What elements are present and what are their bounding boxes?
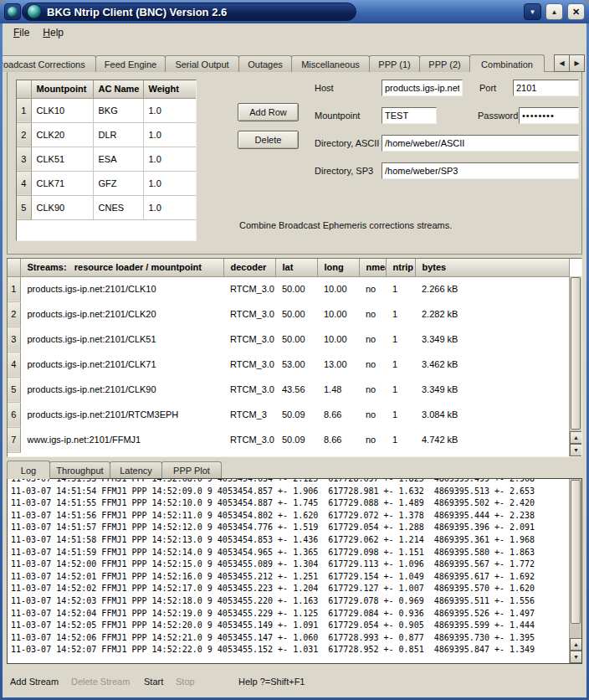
- nmea-cell[interactable]: no: [359, 301, 386, 327]
- tab-latency[interactable]: Latency: [110, 461, 162, 478]
- tab-broadcast-corrections[interactable]: roadcast Corrections: [3, 55, 96, 72]
- stream-cell[interactable]: products.igs-ip.net:2101/CLK20: [20, 301, 223, 327]
- table-row[interactable]: 1 CLK10 BKG 1.0: [17, 98, 196, 122]
- decoder-cell[interactable]: RTCM_3.0: [223, 276, 275, 301]
- tab-outages[interactable]: Outages: [238, 55, 292, 72]
- log-scrollbar[interactable]: ▲ ▼: [569, 479, 581, 663]
- mountpoint-cell[interactable]: CLK10: [31, 98, 93, 122]
- col-header-lat[interactable]: lat: [275, 259, 317, 276]
- ac-name-cell[interactable]: CNES: [93, 195, 143, 219]
- tab-serial-output[interactable]: Serial Output: [165, 55, 239, 72]
- stream-row[interactable]: 7 www.igs-ip.net:2101/FFMJ1 RTCM_3.0 50.…: [8, 427, 569, 452]
- scrollbar-thumb[interactable]: [571, 480, 581, 624]
- tab-combination[interactable]: Combination: [469, 54, 545, 72]
- scroll-up-button[interactable]: ▲: [570, 638, 582, 651]
- tab-scroll-right-button[interactable]: ▶: [569, 54, 585, 72]
- long-cell[interactable]: 1.48: [317, 377, 359, 402]
- window-menu-button[interactable]: [4, 3, 21, 20]
- col-header-nmea[interactable]: nmea: [359, 259, 386, 276]
- scroll-down-button[interactable]: ▼: [570, 444, 582, 456]
- nmea-cell[interactable]: no: [359, 276, 386, 301]
- bytes-cell[interactable]: 3.349 kB: [415, 377, 569, 402]
- mountpoint-cell[interactable]: CLK20: [31, 122, 93, 147]
- stop-button[interactable]: Stop: [176, 677, 195, 687]
- decoder-cell[interactable]: RTCM_3.0: [223, 352, 275, 377]
- long-cell[interactable]: 13.00: [317, 352, 359, 377]
- tab-log[interactable]: Log: [7, 461, 50, 479]
- col-header-streams[interactable]: Streams: resource loader / mountpoint: [20, 259, 223, 276]
- ntrip-cell[interactable]: 1: [386, 301, 415, 327]
- bytes-cell[interactable]: 4.742 kB: [415, 427, 569, 452]
- bytes-cell[interactable]: 3.462 kB: [415, 352, 569, 377]
- decoder-cell[interactable]: RTCM_3.0: [223, 301, 275, 327]
- combination-table[interactable]: Mountpoint AC Name Weight 1 CLK10 BKG 1.…: [16, 80, 197, 241]
- stream-cell[interactable]: products.igs-ip.net:2101/CLK10: [20, 276, 223, 301]
- stream-row[interactable]: 6 products.igs-ip.net:2101/RTCM3EPH RTCM…: [8, 402, 569, 427]
- lat-cell[interactable]: 50.09: [275, 402, 317, 427]
- bytes-cell[interactable]: 2.282 kB: [415, 301, 569, 327]
- col-header-long[interactable]: long: [317, 259, 359, 276]
- weight-cell[interactable]: 1.0: [143, 122, 196, 147]
- table-row[interactable]: 2 CLK20 DLR 1.0: [17, 122, 196, 147]
- long-cell[interactable]: 10.00: [317, 301, 359, 327]
- stream-row[interactable]: 5 products.igs-ip.net:2101/CLK90 RTCM_3.…: [8, 377, 569, 402]
- long-cell[interactable]: 10.00: [317, 276, 359, 301]
- bytes-cell[interactable]: 3.084 kB: [415, 402, 569, 427]
- table-row[interactable]: 4 CLK71 GFZ 1.0: [17, 171, 196, 195]
- directory-ascii-input[interactable]: [382, 135, 579, 152]
- password-input[interactable]: [519, 107, 579, 124]
- stream-cell[interactable]: products.igs-ip.net:2101/CLK51: [20, 327, 223, 352]
- tab-ppp-2[interactable]: PPP (2): [419, 55, 470, 72]
- mountpoint-cell[interactable]: CLK71: [31, 171, 93, 195]
- tab-ppp-plot[interactable]: PPP Plot: [161, 461, 222, 478]
- directory-sp3-input[interactable]: [382, 162, 579, 179]
- decoder-cell[interactable]: RTCM_3.0: [223, 327, 275, 352]
- ntrip-cell[interactable]: 1: [386, 352, 415, 377]
- table-row[interactable]: 5 CLK90 CNES 1.0: [17, 195, 196, 219]
- weight-cell[interactable]: 1.0: [143, 147, 196, 171]
- add-row-button[interactable]: Add Row: [238, 103, 299, 121]
- stream-row[interactable]: 1 products.igs-ip.net:2101/CLK10 RTCM_3.…: [8, 276, 569, 301]
- scrollbar-thumb[interactable]: [571, 277, 581, 430]
- tab-miscellaneous[interactable]: Miscellaneous: [291, 55, 370, 72]
- add-stream-button[interactable]: Add Stream: [10, 677, 59, 687]
- bytes-cell[interactable]: 3.349 kB: [415, 327, 569, 352]
- col-header-ac-name[interactable]: AC Name: [93, 80, 143, 98]
- long-cell[interactable]: 10.00: [317, 327, 359, 352]
- lat-cell[interactable]: 50.00: [275, 327, 317, 352]
- lat-cell[interactable]: 50.09: [275, 427, 317, 452]
- ntrip-cell[interactable]: 1: [386, 276, 415, 301]
- nmea-cell[interactable]: no: [359, 427, 386, 452]
- mountpoint-input[interactable]: [382, 107, 437, 124]
- scroll-down-button[interactable]: ▼: [570, 651, 582, 663]
- tab-throughput[interactable]: Throughput: [49, 461, 110, 478]
- long-cell[interactable]: 8.66: [317, 427, 359, 452]
- maximize-button[interactable]: ▲: [545, 3, 563, 20]
- delete-button[interactable]: Delete: [238, 131, 299, 149]
- stream-row[interactable]: 2 products.igs-ip.net:2101/CLK20 RTCM_3.…: [8, 301, 569, 327]
- lat-cell[interactable]: 50.00: [275, 301, 317, 327]
- ntrip-cell[interactable]: 1: [386, 427, 415, 452]
- titlebar[interactable]: BKG Ntrip Client (BNC) Version 2.6 ▼ ▲ ✕: [0, 0, 589, 23]
- ntrip-cell[interactable]: 1: [386, 327, 415, 352]
- nmea-cell[interactable]: no: [359, 352, 386, 377]
- mountpoint-cell[interactable]: CLK51: [31, 147, 93, 171]
- ac-name-cell[interactable]: ESA: [93, 147, 143, 171]
- col-header-bytes[interactable]: bytes: [415, 259, 569, 276]
- lat-cell[interactable]: 50.00: [275, 276, 317, 301]
- weight-cell[interactable]: 1.0: [143, 98, 196, 122]
- lat-cell[interactable]: 53.00: [275, 352, 317, 377]
- ntrip-cell[interactable]: 1: [386, 402, 415, 427]
- menu-help[interactable]: Help: [37, 25, 69, 40]
- stream-cell[interactable]: www.igs-ip.net:2101/FFMJ1: [20, 427, 223, 452]
- close-button[interactable]: ✕: [567, 3, 585, 20]
- stream-cell[interactable]: products.igs-ip.net:2101/CLK71: [20, 352, 223, 377]
- menu-file[interactable]: File: [8, 25, 35, 40]
- tab-scroll-left-button[interactable]: ◀: [554, 54, 570, 72]
- ac-name-cell[interactable]: DLR: [93, 122, 143, 147]
- scroll-up-button[interactable]: ▲: [570, 431, 582, 444]
- nmea-cell[interactable]: no: [359, 402, 386, 427]
- tab-feed-engine[interactable]: Feed Engine: [95, 55, 166, 72]
- decoder-cell[interactable]: RTCM_3: [223, 402, 275, 427]
- decoder-cell[interactable]: RTCM_3.0: [223, 377, 275, 402]
